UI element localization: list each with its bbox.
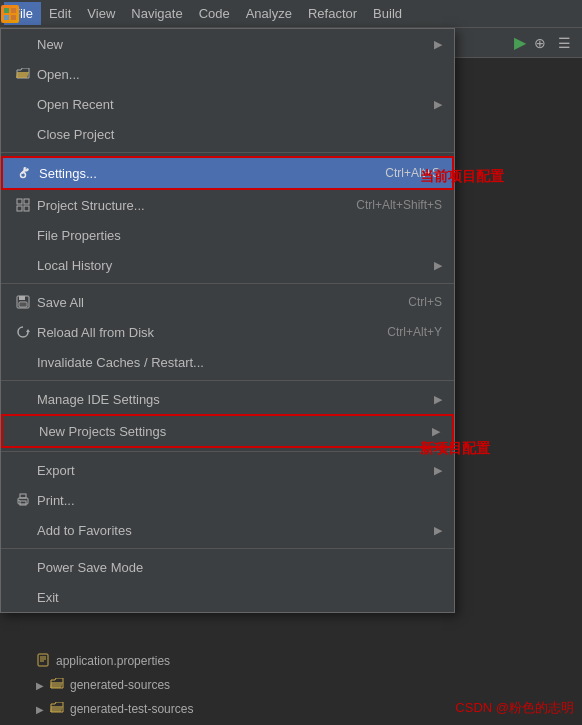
app-icon-area xyxy=(0,0,20,28)
file-tree-item-generated[interactable]: ▶ generated-sources xyxy=(0,673,582,697)
menu-item-reload[interactable]: Reload All from Disk Ctrl+Alt+Y xyxy=(1,317,454,347)
separator-2 xyxy=(1,283,454,284)
svg-rect-18 xyxy=(38,654,48,666)
menu-analyze[interactable]: Analyze xyxy=(238,2,300,25)
invalidate-label: Invalidate Caches / Restart... xyxy=(37,355,442,370)
manage-ide-label: Manage IDE Settings xyxy=(37,392,426,407)
menu-view[interactable]: View xyxy=(79,2,123,25)
open-recent-arrow: ▶ xyxy=(434,98,442,111)
separator-1 xyxy=(1,152,454,153)
svg-marker-13 xyxy=(26,329,30,332)
add-favorites-label: Add to Favorites xyxy=(37,523,426,538)
menu-item-power-save[interactable]: Power Save Mode xyxy=(1,552,454,582)
local-history-label: Local History xyxy=(37,258,426,273)
properties-file-label: application.properties xyxy=(56,654,170,668)
generated-test-folder-label: generated-test-sources xyxy=(70,702,193,716)
generated-test-folder-chevron: ▶ xyxy=(36,704,44,715)
generated-folder-icon xyxy=(50,678,64,693)
menu-item-project-structure[interactable]: Project Structure... Ctrl+Alt+Shift+S xyxy=(1,190,454,220)
menu-item-open[interactable]: Open... xyxy=(1,59,454,89)
local-history-arrow: ▶ xyxy=(434,259,442,272)
menu-refactor[interactable]: Refactor xyxy=(300,2,365,25)
menu-item-manage-ide[interactable]: Manage IDE Settings ▶ xyxy=(1,384,454,414)
project-structure-shortcut: Ctrl+Alt+Shift+S xyxy=(336,198,442,212)
open-recent-label: Open Recent xyxy=(37,97,426,112)
separator-4 xyxy=(1,451,454,452)
svg-rect-2 xyxy=(4,15,9,20)
exit-label: Exit xyxy=(37,590,442,605)
list-toolbar-btn[interactable]: ☰ xyxy=(554,33,574,53)
menu-item-add-favorites[interactable]: Add to Favorites ▶ xyxy=(1,515,454,545)
run-button-icon[interactable]: ▶ xyxy=(514,33,526,52)
close-project-label: Close Project xyxy=(37,127,442,142)
project-structure-icon xyxy=(13,195,33,215)
properties-file-icon xyxy=(36,653,50,670)
new-projects-icon xyxy=(15,421,35,441)
menu-item-invalidate[interactable]: Invalidate Caches / Restart... xyxy=(1,347,454,377)
new-item-label: New xyxy=(37,37,426,52)
separator-5 xyxy=(1,548,454,549)
menu-item-local-history[interactable]: Local History ▶ xyxy=(1,250,454,280)
svg-rect-0 xyxy=(4,8,9,13)
menu-code[interactable]: Code xyxy=(191,2,238,25)
menu-edit[interactable]: Edit xyxy=(41,2,79,25)
close-project-icon xyxy=(13,124,33,144)
menu-bar: File Edit View Navigate Code Analyze Ref… xyxy=(0,0,582,28)
new-projects-arrow: ▶ xyxy=(432,425,440,438)
menu-item-exit[interactable]: Exit xyxy=(1,582,454,612)
project-structure-label: Project Structure... xyxy=(37,198,336,213)
svg-rect-5 xyxy=(17,199,22,204)
separator-3 xyxy=(1,380,454,381)
app-icon xyxy=(1,5,19,23)
plus-toolbar-btn[interactable]: ⊕ xyxy=(530,33,550,53)
svg-rect-10 xyxy=(19,296,25,300)
save-all-shortcut: Ctrl+S xyxy=(388,295,442,309)
menu-item-print[interactable]: Print... xyxy=(1,485,454,515)
svg-rect-1 xyxy=(11,8,16,13)
svg-rect-7 xyxy=(17,206,22,211)
exit-icon xyxy=(13,587,33,607)
menu-build[interactable]: Build xyxy=(365,2,410,25)
generated-test-folder-icon xyxy=(50,702,64,717)
file-properties-label: File Properties xyxy=(37,228,442,243)
reload-icon xyxy=(13,322,33,342)
invalidate-icon xyxy=(13,352,33,372)
menu-item-file-properties[interactable]: File Properties xyxy=(1,220,454,250)
add-favorites-arrow: ▶ xyxy=(434,524,442,537)
save-all-label: Save All xyxy=(37,295,388,310)
open-folder-icon xyxy=(13,64,33,84)
new-item-icon xyxy=(13,34,33,54)
settings-wrench-icon xyxy=(15,163,35,183)
export-icon xyxy=(13,460,33,480)
menu-item-new[interactable]: New ▶ xyxy=(1,29,454,59)
local-history-icon xyxy=(13,255,33,275)
menu-item-export[interactable]: Export ▶ xyxy=(1,455,454,485)
power-save-label: Power Save Mode xyxy=(37,560,442,575)
menu-item-settings[interactable]: Settings... Ctrl+Alt+S xyxy=(1,156,454,190)
plus-icon: ⊕ xyxy=(534,35,546,51)
list-icon: ☰ xyxy=(558,35,571,51)
menu-item-open-recent[interactable]: Open Recent ▶ xyxy=(1,89,454,119)
export-arrow: ▶ xyxy=(434,464,442,477)
svg-rect-8 xyxy=(24,206,29,211)
open-recent-icon xyxy=(13,94,33,114)
file-dropdown-menu: New ▶ Open... Open Recent ▶ Close Projec… xyxy=(0,28,455,613)
annotation-new-project: 新项目配置 xyxy=(420,440,490,458)
svg-rect-12 xyxy=(20,303,26,306)
generated-folder-label: generated-sources xyxy=(70,678,170,692)
generated-folder-chevron: ▶ xyxy=(36,680,44,691)
print-label: Print... xyxy=(37,493,442,508)
print-icon xyxy=(13,490,33,510)
add-favorites-icon xyxy=(13,520,33,540)
menu-navigate[interactable]: Navigate xyxy=(123,2,190,25)
file-tree-item-properties[interactable]: application.properties xyxy=(0,649,582,673)
new-projects-label: New Projects Settings xyxy=(39,424,424,439)
svg-rect-6 xyxy=(24,199,29,204)
menu-item-close-project[interactable]: Close Project xyxy=(1,119,454,149)
file-properties-icon xyxy=(13,225,33,245)
menu-item-save-all[interactable]: Save All Ctrl+S xyxy=(1,287,454,317)
svg-point-4 xyxy=(21,173,26,178)
save-all-icon xyxy=(13,292,33,312)
svg-point-17 xyxy=(18,500,20,502)
menu-item-new-projects[interactable]: New Projects Settings ▶ xyxy=(1,414,454,448)
